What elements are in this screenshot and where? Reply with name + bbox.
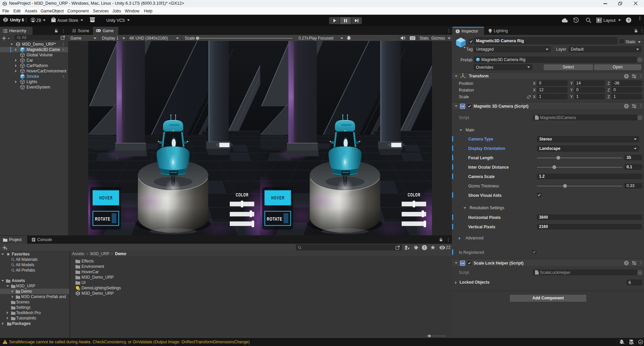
svg-text:C#: C#	[461, 262, 465, 265]
svg-text:C#: C#	[461, 105, 465, 108]
svg-text:?: ?	[628, 18, 630, 22]
svg-text:?: ?	[625, 74, 627, 78]
svg-text:?: ?	[625, 261, 627, 265]
svg-text:?: ?	[625, 104, 627, 108]
